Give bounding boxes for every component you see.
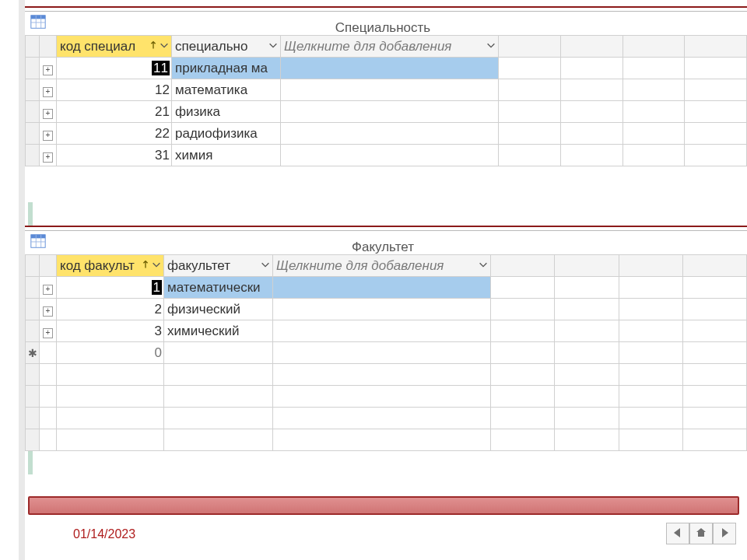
svg-rect-6 [31,235,45,239]
plus-icon: + [43,131,53,141]
triangle-right-icon [718,527,731,541]
col-header-empty [560,36,622,58]
plus-icon: + [43,65,53,75]
table-row-blank [26,408,747,429]
col-header-label: специально [175,39,247,54]
footer-bar: 01/14/2023 [28,496,739,548]
record-selector[interactable] [26,79,40,101]
cell-code[interactable]: 12 [57,79,172,101]
cell-code[interactable]: 31 [57,145,172,166]
record-selector[interactable] [26,145,40,166]
nav-prev-button[interactable] [666,523,689,544]
cell-add[interactable] [281,58,499,79]
cell-name[interactable]: физика [172,101,281,123]
expand-toggle [40,342,57,364]
cell-name[interactable]: химия [172,145,281,166]
datasheet-window-speciality: Специальность код специал специально [25,6,747,166]
nav-next-button[interactable] [713,523,736,544]
cell-name[interactable]: прикладная ма [172,58,281,79]
cell-code[interactable]: 1 [57,277,164,299]
expand-toggle[interactable]: + [40,101,57,123]
window-iconbar: Специальность [25,12,747,35]
table-row[interactable]: + 22 радиофизика [26,123,747,145]
chevron-down-icon[interactable] [151,258,162,274]
datasheet-window-faculty: Факультет код факульт факультет [25,226,747,451]
nav-home-button[interactable] [689,523,713,544]
cell-name[interactable]: математика [172,79,281,101]
table-row[interactable]: + 3 химический [26,320,747,342]
cell-name[interactable]: физический [164,299,273,320]
expand-toggle[interactable]: + [40,277,57,299]
chevron-down-icon[interactable] [486,39,496,54]
cell-code[interactable]: 3 [57,320,164,342]
cell-code[interactable]: 2 [57,299,164,320]
cell-add[interactable] [281,101,499,123]
cell-code[interactable]: 22 [57,123,172,145]
expand-toggle[interactable]: + [40,123,57,145]
cell-code[interactable]: 21 [57,101,172,123]
cell-name[interactable]: химический [164,320,273,342]
col-header-empty [499,36,561,58]
col-header-name[interactable]: факультет [164,255,273,277]
plus-icon: + [43,152,53,163]
record-selector[interactable] [26,299,40,320]
cell-code[interactable]: 11 [57,58,172,79]
cell-name[interactable] [164,342,273,364]
record-selector[interactable]: ✱ [26,342,40,364]
cell-add[interactable] [281,79,499,101]
expand-toggle[interactable]: + [40,79,57,101]
col-header-code[interactable]: код факульт [57,255,164,277]
record-selector[interactable] [26,101,40,123]
chevron-down-icon[interactable] [260,258,271,274]
record-selector[interactable] [26,58,40,79]
table-row[interactable]: + 1 математически [26,277,747,299]
table-row[interactable]: + 12 математика [26,79,747,101]
window-top-rule [25,226,747,231]
cell-add[interactable] [273,277,491,299]
col-header-label: Щелкните для добавления [276,258,444,274]
triangle-left-icon [672,527,684,541]
record-selector[interactable] [26,123,40,145]
cell-add[interactable] [273,342,491,364]
expand-toggle[interactable]: + [40,320,57,342]
home-icon [695,527,707,541]
table-row[interactable]: + 2 физический [26,299,747,320]
record-selector-header[interactable] [26,36,40,58]
window-top-rule [25,6,747,12]
expand-toggle[interactable]: + [40,145,57,166]
chevron-down-icon[interactable] [268,39,279,54]
col-header-add[interactable]: Щелкните для добавления [281,36,499,58]
plus-icon: + [43,328,53,338]
expand-toggle[interactable]: + [40,58,57,79]
table-row-new[interactable]: ✱ 0 [26,342,747,364]
expand-header [40,255,57,277]
table-row[interactable]: + 11 прикладная ма [26,58,747,79]
expand-header [40,36,57,58]
cell-add[interactable] [273,299,491,320]
table-row[interactable]: + 21 физика [26,101,747,123]
window-iconbar: Факультет [25,231,747,254]
cell-name[interactable]: математически [164,277,273,299]
record-selector-header[interactable] [26,255,40,277]
col-header-name[interactable]: специально [172,36,281,58]
cell-add[interactable] [273,320,491,342]
sort-arrow-icon [148,39,159,54]
cell-add[interactable] [281,123,499,145]
table-row-blank [26,364,747,386]
left-gutter [19,0,25,560]
chevron-down-icon[interactable] [478,258,489,274]
col-header-empty [491,255,555,277]
cell-code[interactable]: 0 [57,342,164,364]
table-row[interactable]: + 31 химия [26,145,747,166]
expand-toggle[interactable]: + [40,299,57,320]
record-selector[interactable] [26,277,40,299]
cell-add[interactable] [281,145,499,166]
footer-red-bar [28,496,739,515]
col-header-label: факультет [167,258,230,274]
chevron-down-icon[interactable] [159,39,170,54]
col-header-add[interactable]: Щелкните для добавления [273,255,491,277]
window-title: Факультет [25,240,741,255]
col-header-code[interactable]: код специал [57,36,172,58]
cell-name[interactable]: радиофизика [172,123,281,145]
record-selector[interactable] [26,320,40,342]
